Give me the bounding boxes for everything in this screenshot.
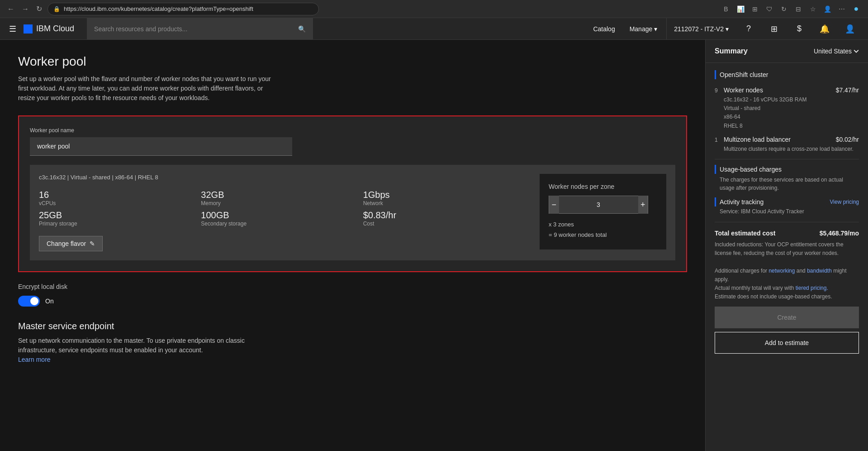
create-button[interactable]: Create: [715, 307, 859, 328]
total-cost-label: Total estimated cost: [715, 230, 775, 237]
activity-tracking-section: Activity tracking View pricing Service: …: [715, 197, 859, 215]
toggle-label: On: [45, 297, 54, 305]
flavor-spec-header: c3c.16x32 | Virtual - shared | x86-64 | …: [39, 174, 525, 181]
extension-icon-6[interactable]: ⊟: [792, 3, 805, 15]
usage-based-section: Usage-based charges The charges for thes…: [715, 165, 859, 192]
worker-pool-card: c3c.16x32 | Virtual - shared | x86-64 | …: [30, 165, 675, 260]
encrypt-toggle[interactable]: [18, 296, 40, 307]
cost-icon-button[interactable]: $: [788, 18, 810, 40]
user-icon-button[interactable]: 👤: [839, 18, 861, 40]
main-content: Worker pool Set up a worker pool with th…: [0, 40, 705, 451]
total-cost-section: Total estimated cost $5,468.79/mo Includ…: [715, 222, 859, 301]
network-value: 1Gbps: [363, 190, 525, 200]
create-button-label: Create: [777, 314, 796, 321]
worker-nodes-label: Worker nodes: [724, 86, 763, 94]
account-selector[interactable]: 2112072 - ITZ-V2 ▾: [666, 18, 734, 40]
cost-stat: $0.83/hr Cost: [363, 208, 525, 229]
change-flavor-button[interactable]: Change flavor ✎: [39, 236, 103, 251]
extension-icon-1[interactable]: B: [720, 3, 732, 15]
toggle-row: On: [18, 296, 687, 307]
worker-pool-name-input[interactable]: [30, 137, 292, 156]
catalog-nav-item[interactable]: Catalog: [588, 18, 620, 40]
browser-back-button[interactable]: ←: [5, 3, 16, 15]
search-bar[interactable]: 🔍: [87, 18, 313, 40]
cluster-indicator: [715, 70, 716, 79]
extension-icon-7[interactable]: ☆: [806, 3, 819, 15]
url-text: https://cloud.ibm.com/kubernetes/catalog…: [64, 5, 253, 12]
quantity-control: − +: [549, 196, 648, 214]
help-icon-button[interactable]: ?: [738, 18, 759, 40]
worker-pool-name-label: Worker pool name: [30, 127, 675, 134]
zones-count-text: x 3 zones: [549, 219, 657, 230]
learn-more-link[interactable]: Learn more: [18, 356, 51, 363]
vcpus-label: vCPUs: [39, 200, 201, 206]
zones-total-text: = 9 worker nodes total: [549, 230, 657, 240]
multizone-header: Multizone load balancer $0.02/hr: [724, 136, 859, 143]
main-layout: Worker pool Set up a worker pool with th…: [0, 40, 868, 451]
sidebar-content: OpenShift cluster 9 Worker nodes $7.47/h…: [706, 63, 868, 451]
add-to-estimate-label: Add to estimate: [765, 339, 809, 346]
manage-nav-item[interactable]: Manage ▾: [624, 18, 663, 40]
search-input[interactable]: [94, 25, 294, 33]
browser-new-tab[interactable]: ●: [850, 3, 863, 15]
usage-header: Usage-based charges: [715, 165, 859, 174]
worker-nodes-header: Worker nodes $7.47/hr: [724, 86, 859, 94]
encrypt-label: Encrypt local disk: [18, 283, 687, 290]
flavor-stats-grid: 16 vCPUs 32GB Memory 1Gbps Network: [39, 188, 525, 229]
browser-forward-button[interactable]: →: [20, 3, 31, 15]
worker-nodes-detail: c3c.16x32 - 16 vCPUs 32GB RAM Virtual - …: [724, 96, 859, 130]
flavor-section: c3c.16x32 | Virtual - shared | x86-64 | …: [39, 174, 525, 251]
total-cost-value: $5,468.79/mo: [820, 230, 859, 237]
zones-info: x 3 zones = 9 worker nodes total: [549, 219, 657, 240]
multizone-detail: Multizone clusters require a cross-zone …: [724, 145, 859, 154]
activity-detail: Service: IBM Cloud Activity Tracker: [715, 208, 859, 215]
primary-storage-stat: 25GB Primary storage: [39, 208, 201, 229]
manage-chevron-icon: ▾: [654, 25, 657, 33]
browser-refresh-button[interactable]: ↻: [34, 3, 44, 15]
edit-icon: ✎: [90, 240, 95, 247]
region-selector[interactable]: United States: [814, 48, 859, 55]
extension-icon-8[interactable]: 👤: [821, 3, 834, 15]
hamburger-menu-button[interactable]: ☰: [7, 22, 18, 36]
nav-right-items: Catalog Manage ▾ 2112072 - ITZ-V2 ▾ ? ⊞ …: [588, 18, 861, 40]
sidebar-header: Summary United States: [706, 40, 868, 63]
encrypt-section: Encrypt local disk On: [18, 283, 687, 307]
vcpus-stat: 16 vCPUs: [39, 188, 201, 208]
worker-nodes-content: Worker nodes $7.47/hr c3c.16x32 - 16 vCP…: [724, 86, 859, 130]
browser-more-button[interactable]: ⋯: [835, 3, 848, 15]
extension-icon-3[interactable]: ⊞: [749, 3, 761, 15]
region-label: United States: [814, 48, 852, 55]
add-to-estimate-button[interactable]: Add to estimate: [715, 332, 859, 354]
usage-title: Usage-based charges: [720, 166, 782, 173]
multizone-count: 1: [715, 136, 724, 154]
worker-pool-form-section: Worker pool name c3c.16x32 | Virtual - s…: [18, 115, 687, 272]
bandwidth-link[interactable]: bandwidth: [807, 268, 832, 274]
extension-icon-4[interactable]: 🛡: [763, 3, 776, 15]
activity-title-row: Activity tracking View pricing: [720, 198, 859, 206]
activity-indicator: [715, 197, 716, 206]
quantity-decrease-button[interactable]: −: [549, 196, 559, 214]
multizone-item: 1 Multizone load balancer $0.02/hr Multi…: [715, 136, 859, 154]
account-chevron-icon: ▾: [726, 25, 729, 33]
cost-value: $0.83/hr: [363, 210, 525, 221]
extension-icon-5[interactable]: ↻: [778, 3, 790, 15]
card-two-col: c3c.16x32 | Virtual - shared | x86-64 | …: [39, 174, 666, 251]
page-description: Set up a worker pool with the flavor and…: [18, 74, 280, 103]
quantity-increase-button[interactable]: +: [638, 196, 648, 214]
extension-icon-2[interactable]: 📊: [734, 3, 747, 15]
browser-url-bar[interactable]: 🔒 https://cloud.ibm.com/kubernetes/catal…: [47, 3, 319, 15]
memory-label: Memory: [201, 200, 363, 206]
worker-nodes-price: $7.47/hr: [836, 86, 859, 94]
networking-link[interactable]: networking: [768, 268, 795, 274]
secondary-storage-label: Secondary storage: [201, 221, 363, 227]
worker-nodes-item: 9 Worker nodes $7.47/hr c3c.16x32 - 16 v…: [715, 86, 859, 130]
primary-storage-value: 25GB: [39, 210, 201, 221]
view-pricing-link[interactable]: View pricing: [830, 199, 859, 205]
notifications-icon-button[interactable]: 🔔: [814, 18, 835, 40]
tiered-pricing-link[interactable]: tiered pricing.: [796, 285, 828, 291]
nav-logo-text: IBM Cloud: [36, 24, 74, 34]
memory-value: 32GB: [201, 190, 363, 200]
master-service-description: Set up network communication to the mast…: [18, 336, 280, 365]
apps-icon-button[interactable]: ⊞: [763, 18, 785, 40]
quantity-input[interactable]: [559, 201, 638, 208]
